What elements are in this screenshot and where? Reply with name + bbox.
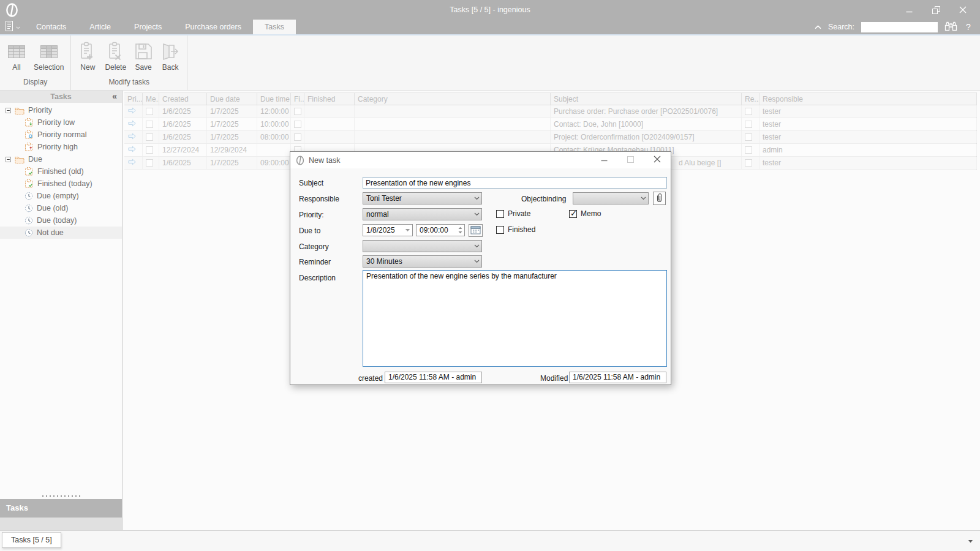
clock-icon	[24, 192, 33, 200]
statusbar-chevron-icon[interactable]	[968, 539, 973, 543]
panel-selector-tasks[interactable]: Tasks	[0, 499, 122, 517]
description-textarea[interactable]: Presentation of the new engine series by…	[363, 270, 667, 367]
finished-checkbox[interactable]	[294, 133, 301, 141]
binoculars-search-icon[interactable]	[944, 21, 957, 33]
search-input[interactable]	[861, 22, 938, 32]
tree-item-finished-old[interactable]: Finished (old)	[0, 165, 122, 178]
folder-icon	[15, 156, 24, 163]
tree-folder-due[interactable]: Due	[0, 153, 122, 165]
memo-checkbox[interactable]: Memo	[569, 209, 601, 218]
tab-contacts[interactable]: Contacts	[24, 20, 78, 34]
finished-checkbox[interactable]: Finished	[496, 225, 535, 234]
column-header-category[interactable]: Category	[355, 93, 551, 105]
responsible-cell: tester	[760, 105, 977, 118]
responsible-select[interactable]: Toni Tester	[363, 192, 482, 204]
memo-checkbox[interactable]	[146, 133, 153, 141]
private-checkbox-box[interactable]	[496, 210, 504, 218]
help-button[interactable]: ?	[964, 22, 973, 32]
dialog-titlebar: New task	[290, 152, 671, 168]
created-value: 1/6/2025 11:58 AM - admin	[385, 372, 482, 383]
tasks-panel: Tasks « PriorityPriority lowPriority nor…	[0, 91, 123, 530]
delete-button[interactable]: Delete	[101, 39, 130, 73]
collapse-panel-button[interactable]: «	[112, 90, 117, 102]
tree-item-priority-high[interactable]: Priority high	[0, 141, 122, 153]
column-header-responsible[interactable]: Responsible	[760, 93, 977, 105]
memo-checkbox-box[interactable]	[569, 210, 577, 218]
selection-button[interactable]: Selection	[30, 39, 67, 73]
dialog-close-button[interactable]	[654, 156, 661, 165]
close-button[interactable]	[949, 0, 976, 20]
ribbon-group-caption: Modify tasks	[71, 77, 187, 90]
tree-folder-priority[interactable]: Priority	[0, 104, 122, 116]
finished-checkbox-box[interactable]	[496, 226, 504, 234]
memo-checkbox[interactable]	[146, 159, 153, 167]
tree-item-not-due[interactable]: Not due	[0, 227, 122, 239]
all-button[interactable]: All	[3, 39, 30, 73]
column-header-due-date[interactable]: Due date	[207, 93, 257, 105]
reminder-checkbox[interactable]	[745, 159, 752, 167]
subject-input[interactable]	[363, 177, 667, 189]
reminder-select[interactable]: 30 Minutes	[363, 255, 482, 268]
column-header-due-time[interactable]: Due time	[257, 93, 291, 105]
due-time-input[interactable]: 09:00:00	[416, 224, 465, 236]
column-header-pri[interactable]: Pri...	[124, 93, 143, 105]
reminder-checkbox[interactable]	[745, 121, 752, 128]
memo-checkbox[interactable]	[146, 121, 153, 128]
column-header-re[interactable]: Re...	[742, 93, 760, 105]
subject-label: Subject	[299, 179, 323, 187]
tree-folder-label: Priority	[28, 106, 52, 114]
tabbar: ContactsArticleProjectsPurchase ordersTa…	[0, 20, 980, 34]
new-button[interactable]: New	[74, 39, 101, 73]
task-row[interactable]: 1/6/20251/7/202508:00:00Project: Orderco…	[124, 131, 976, 144]
tab-projects[interactable]: Projects	[123, 20, 173, 34]
collapse-ribbon-button[interactable]	[815, 23, 821, 31]
time-spinner[interactable]	[456, 225, 464, 236]
due-date-input[interactable]: 1/8/2025	[363, 224, 413, 236]
tab-purchase-orders[interactable]: Purchase orders	[173, 20, 253, 34]
description-label: Description	[299, 274, 336, 282]
tab-article[interactable]: Article	[78, 20, 123, 34]
tree-collapse-icon[interactable]	[6, 157, 11, 162]
modified-label: Modified	[540, 374, 568, 383]
tab-tasks[interactable]: Tasks	[253, 20, 296, 34]
task-row[interactable]: 1/6/20251/7/202512:00:00Purchase order: …	[124, 105, 976, 118]
priority-arrow-icon	[127, 107, 137, 116]
minimize-button[interactable]	[895, 0, 922, 20]
column-header-fi[interactable]: Fi...	[291, 93, 304, 105]
finished-checkbox[interactable]	[294, 121, 301, 128]
reminder-checkbox[interactable]	[745, 133, 752, 141]
objectbinding-select[interactable]	[573, 192, 649, 204]
memo-checkbox[interactable]	[146, 108, 153, 115]
column-header-finished[interactable]: Finished	[304, 93, 355, 105]
chevron-down-icon	[638, 197, 648, 200]
dialog-maximize-button[interactable]	[627, 156, 634, 165]
tree-item-due-empty[interactable]: Due (empty)	[0, 190, 122, 202]
dialog-minimize-button[interactable]	[601, 156, 608, 165]
back-button[interactable]: Back	[157, 39, 184, 73]
column-header-me[interactable]: Me...	[143, 93, 159, 105]
tree-collapse-icon[interactable]	[6, 108, 11, 113]
task-row[interactable]: 1/6/20251/7/202510:00:00Contact: Doe, Jo…	[124, 118, 976, 131]
priority-arrow-icon	[127, 132, 137, 142]
calendar-picker-button[interactable]	[469, 224, 483, 237]
restore-button[interactable]	[922, 0, 949, 20]
column-header-created[interactable]: Created	[159, 93, 207, 105]
tree-item-due-today[interactable]: Due (today)	[0, 214, 122, 227]
priority-select[interactable]: normal	[363, 208, 482, 220]
panel-splitter-handle[interactable]	[0, 493, 122, 499]
finished-checkbox[interactable]	[294, 108, 301, 115]
statusbar-tasks-tab[interactable]: Tasks [5 / 5]	[2, 532, 61, 548]
tree-item-due-old[interactable]: Due (old)	[0, 202, 122, 214]
tree-item-priority-normal[interactable]: Priority normal	[0, 129, 122, 141]
save-button[interactable]: Save	[130, 39, 157, 73]
private-checkbox[interactable]: Private	[496, 209, 530, 218]
reminder-checkbox[interactable]	[745, 108, 752, 115]
memo-checkbox[interactable]	[146, 146, 153, 154]
report-menu-button[interactable]	[0, 20, 24, 34]
column-header-subject[interactable]: Subject	[551, 93, 742, 105]
category-select[interactable]	[363, 240, 482, 252]
tree-item-finished-today[interactable]: Finished (today)	[0, 178, 122, 190]
attachment-button[interactable]	[653, 192, 666, 205]
tree-item-priority-low[interactable]: Priority low	[0, 116, 122, 129]
reminder-checkbox[interactable]	[745, 146, 752, 154]
